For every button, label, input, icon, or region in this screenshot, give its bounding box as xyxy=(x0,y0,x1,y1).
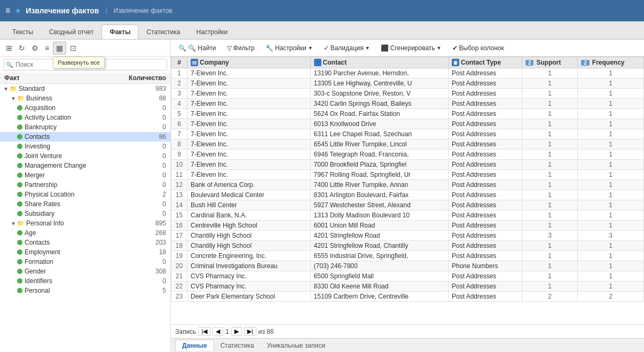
bottom-tab-statistics[interactable]: Статистика xyxy=(214,340,261,351)
generate-icon: ⬛ xyxy=(381,44,389,52)
table-row[interactable]: 4 7-Eleven Inc. 3420 Carlin Springs Road… xyxy=(171,99,644,109)
cell-support: 1 xyxy=(522,129,577,139)
list-item[interactable]: Management Change 0 xyxy=(0,161,170,170)
cell-contact-type: Post Addresses xyxy=(448,200,522,210)
table-row[interactable]: 22 CVS Pharmacy Inc. 8330 Old Keene Mill… xyxy=(171,281,644,292)
list-item[interactable]: Share Rates 0 xyxy=(0,199,170,209)
list-item[interactable]: Partnership 0 xyxy=(0,180,170,190)
list-item[interactable]: Personal 5 xyxy=(0,286,170,295)
cell-frequency: 1 xyxy=(578,139,644,150)
list-item[interactable]: Acquisition 0 xyxy=(0,103,170,113)
data-table-container[interactable]: # 🏢 Company 👤 Contact xyxy=(171,57,644,324)
table-row[interactable]: 10 7-Eleven Inc. 7000 Brookfield Plaza, … xyxy=(171,160,644,170)
last-page-button[interactable]: ▶| xyxy=(244,327,256,336)
cell-num: 14 xyxy=(171,200,187,210)
left-btn-grid[interactable]: ⊞ xyxy=(3,42,15,54)
list-item[interactable]: Bankruptcy 0 xyxy=(0,122,170,132)
col-header-contact: 👤 Contact xyxy=(310,57,448,68)
menu-icon[interactable]: ≡ xyxy=(5,6,10,15)
tree-folder-business[interactable]: ▼ 📁 Business 88 xyxy=(0,93,170,103)
cell-contact: 4201 Stringfellow Road, Chantilly xyxy=(310,241,448,251)
table-row[interactable]: 14 Bush Hill Center 5927 Westchester Str… xyxy=(171,200,644,210)
list-item[interactable]: Investing 0 xyxy=(0,142,170,151)
cell-contact: 4201 Stringfellow Road xyxy=(310,231,448,241)
tree-item-count: 0 xyxy=(154,114,170,121)
list-item[interactable]: Merger 0 xyxy=(0,170,170,180)
prev-page-button[interactable]: ◀ xyxy=(213,327,223,336)
cell-num: 4 xyxy=(171,99,187,109)
filter-button[interactable]: ▽ Фильтр xyxy=(224,43,258,53)
left-btn-refresh[interactable]: ↻ xyxy=(16,42,28,54)
table-row[interactable]: 3 7-Eleven Inc. 303-c Soapstone Drive, R… xyxy=(171,89,644,99)
table-row[interactable]: 17 Chantilly High School 4201 Stringfell… xyxy=(171,231,644,241)
table-row[interactable]: 13 Boulevard Medical Center 8301 Arlingt… xyxy=(171,190,644,200)
filter-icon: ▽ xyxy=(227,44,232,52)
table-row[interactable]: 20 Criminal Investigations Bureau (703) … xyxy=(171,261,644,271)
validation-button[interactable]: ✓ Валидация ▼ xyxy=(320,43,373,53)
table-row[interactable]: 9 7-Eleven Inc. 6946 Telegraph Road, Fra… xyxy=(171,150,644,160)
tab-settings[interactable]: Настройки xyxy=(188,25,235,39)
cell-frequency: 3 xyxy=(578,231,644,241)
cell-num: 9 xyxy=(171,150,187,160)
table-row[interactable]: 15 Cardinal Bank, N.A. 1313 Dolly Madiso… xyxy=(171,210,644,221)
table-row[interactable]: 5 7-Eleven Inc. 5624 Ox Road, Fairfax St… xyxy=(171,109,644,119)
list-item[interactable]: Contacts 86 xyxy=(0,132,170,142)
tree-folder-standard[interactable]: ▼ 📁 Standard 983 xyxy=(0,84,170,93)
cell-frequency: 1 xyxy=(578,150,644,160)
columns-button[interactable]: ✔ Выбор колонок xyxy=(449,43,507,53)
config-button[interactable]: 🔧 Настройки ▼ xyxy=(262,43,316,53)
tree-item-label: Activity Location xyxy=(25,114,154,121)
tab-facts[interactable]: Факты xyxy=(101,25,138,39)
cell-frequency: 1 xyxy=(578,210,644,221)
tree-item-count: 308 xyxy=(154,268,170,275)
generate-button[interactable]: ⬛ Сгенерировать ▼ xyxy=(378,43,445,53)
list-item[interactable]: Age 268 xyxy=(0,228,170,238)
table-row[interactable]: 8 7-Eleven Inc. 6545 Little River Turnpi… xyxy=(171,139,644,150)
table-row[interactable]: 12 Bank of America Corp. 7400 Little Riv… xyxy=(171,180,644,190)
table-row[interactable]: 23 Deer Park Elementary School 15109 Car… xyxy=(171,292,644,302)
table-row[interactable]: 2 7-Eleven Inc. 13305 Lee Highway, Centr… xyxy=(171,79,644,89)
table-row[interactable]: 21 CVS Pharmacy Inc. 6500 Springfield Ma… xyxy=(171,271,644,281)
table-row[interactable]: 11 7-Eleven Inc. 7967 Rolling Road, Spri… xyxy=(171,170,644,180)
next-page-button[interactable]: ▶ xyxy=(231,327,242,336)
cell-support: 1 xyxy=(522,150,577,160)
list-item[interactable]: Gender 308 xyxy=(0,267,170,276)
tree-folder-personal-info[interactable]: ▼ 📁 Personal Info 895 xyxy=(0,218,170,228)
table-row[interactable]: 16 Centreville High School 6001 Union Mi… xyxy=(171,221,644,231)
list-item[interactable]: Formation 0 xyxy=(0,257,170,267)
list-item[interactable]: Subsidiary 0 xyxy=(0,209,170,218)
list-item[interactable]: Contacts 203 xyxy=(0,238,170,247)
tree-item-count: 0 xyxy=(154,104,170,112)
table-row[interactable]: 6 7-Eleven Inc. 6013 Knollwood Drive Pos… xyxy=(171,119,644,129)
find-button[interactable]: 🔍 🔍 Найти xyxy=(175,43,219,53)
cell-contact: 7400 Little River Turnpike, Annan xyxy=(310,180,448,190)
table-row[interactable]: 1 7-Eleven Inc. 13190 Parcher Avenue, He… xyxy=(171,68,644,79)
cell-support: 2 xyxy=(522,292,577,302)
list-item[interactable]: Joint Venture 0 xyxy=(0,151,170,161)
table-row[interactable]: 7 7-Eleven Inc. 6311 Lee Chapel Road, Sz… xyxy=(171,129,644,139)
tab-statistics[interactable]: Статистика xyxy=(138,25,188,39)
first-page-button[interactable]: |◀ xyxy=(198,327,210,336)
fact-tree[interactable]: ▼ 📁 Standard 983 ▼ 📁 Business 88 Acquisi… xyxy=(0,84,170,352)
table-row[interactable]: 18 Chantilly High School 4201 Stringfell… xyxy=(171,241,644,251)
list-item[interactable]: Physical Location 2 xyxy=(0,190,170,199)
bottom-tab-data[interactable]: Данные xyxy=(175,340,214,351)
cell-company: Bank of America Corp. xyxy=(187,180,311,190)
cell-contact-type: Post Addresses xyxy=(448,129,522,139)
dot-icon xyxy=(17,105,22,111)
tab-texts[interactable]: Тексты xyxy=(4,25,41,39)
tab-summary[interactable]: Сводный отчет xyxy=(41,25,102,39)
columns-icon: ✔ xyxy=(452,44,458,52)
left-btn-collapse[interactable]: ⊡ xyxy=(67,42,79,54)
left-btn-list[interactable]: ≡ xyxy=(42,42,52,54)
list-item[interactable]: Identifiers 0 xyxy=(0,276,170,286)
cell-frequency: 1 xyxy=(578,261,644,271)
left-btn-settings[interactable]: ⚙ xyxy=(29,42,41,54)
left-btn-expand[interactable]: ▦ xyxy=(53,42,66,54)
list-item[interactable]: Employment 18 xyxy=(0,247,170,257)
tree-item-count: 983 xyxy=(154,85,170,92)
bottom-tab-unique[interactable]: Уникальные записи xyxy=(261,340,332,351)
cell-company: CVS Pharmacy Inc. xyxy=(187,281,311,292)
list-item[interactable]: Activity Location 0 xyxy=(0,113,170,122)
table-row[interactable]: 19 Concrete Engineering, Inc. 6555 Indus… xyxy=(171,251,644,261)
